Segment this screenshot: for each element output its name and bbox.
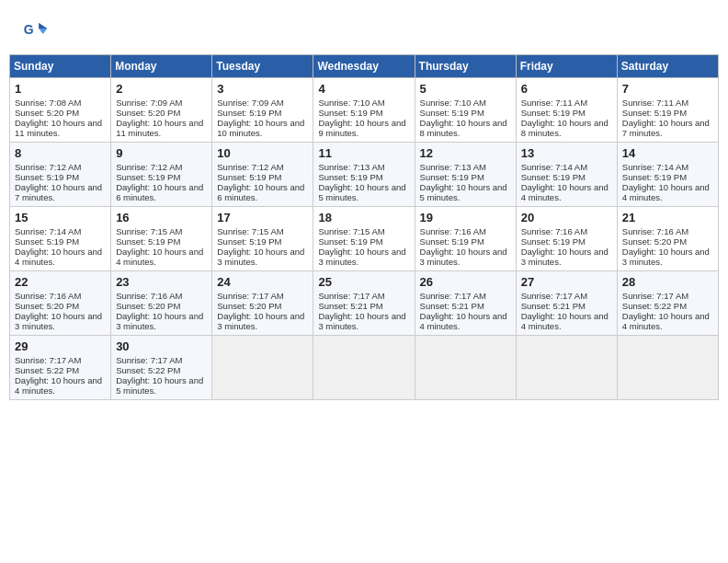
day-number: 21 — [622, 211, 713, 224]
col-header-friday: Friday — [516, 55, 617, 78]
calendar-cell — [516, 336, 617, 400]
sunrise-label: Sunrise: 7:16 AM — [521, 226, 587, 236]
day-number: 12 — [420, 146, 511, 160]
day-number: 24 — [217, 275, 308, 289]
daylight-label: Daylight: 10 hours and 4 minutes. — [15, 375, 102, 396]
daylight-label: Daylight: 10 hours and 5 minutes. — [116, 375, 203, 396]
daylight-label: Daylight: 10 hours and 3 minutes. — [622, 247, 710, 267]
daylight-label: Daylight: 10 hours and 3 minutes. — [318, 311, 405, 331]
sunset-label: Sunset: 5:19 PM — [420, 108, 484, 118]
daylight-label: Daylight: 10 hours and 3 minutes. — [217, 311, 304, 331]
day-number: 11 — [318, 146, 409, 160]
calendar-cell: 15 Sunrise: 7:14 AM Sunset: 5:19 PM Dayl… — [10, 207, 111, 271]
sunset-label: Sunset: 5:19 PM — [521, 236, 586, 247]
day-number: 5 — [420, 82, 511, 96]
col-header-monday: Monday — [111, 55, 212, 78]
sunset-label: Sunset: 5:19 PM — [318, 236, 382, 247]
sunrise-label: Sunrise: 7:17 AM — [217, 291, 283, 301]
sunrise-label: Sunrise: 7:16 AM — [420, 226, 486, 236]
calendar-cell: 2 Sunrise: 7:09 AM Sunset: 5:20 PM Dayli… — [111, 78, 212, 143]
calendar-cell: 30 Sunrise: 7:17 AM Sunset: 5:22 PM Dayl… — [111, 336, 212, 400]
daylight-label: Daylight: 10 hours and 4 minutes. — [15, 247, 102, 267]
sunset-label: Sunset: 5:20 PM — [116, 301, 180, 311]
daylight-label: Daylight: 10 hours and 3 minutes. — [521, 247, 609, 267]
sunset-label: Sunset: 5:22 PM — [15, 365, 79, 375]
daylight-label: Daylight: 10 hours and 4 minutes. — [116, 247, 203, 267]
calendar-week-row: 1 Sunrise: 7:08 AM Sunset: 5:20 PM Dayli… — [10, 78, 719, 143]
daylight-label: Daylight: 10 hours and 3 minutes. — [217, 247, 304, 267]
calendar-cell: 21 Sunrise: 7:16 AM Sunset: 5:20 PM Dayl… — [617, 207, 718, 271]
day-number: 20 — [521, 211, 612, 224]
daylight-label: Daylight: 10 hours and 3 minutes. — [318, 247, 405, 267]
daylight-label: Daylight: 10 hours and 4 minutes. — [622, 311, 710, 331]
sunrise-label: Sunrise: 7:13 AM — [420, 162, 486, 172]
daylight-label: Daylight: 10 hours and 7 minutes. — [15, 182, 102, 202]
logo: G — [23, 18, 52, 44]
sunset-label: Sunset: 5:19 PM — [521, 172, 586, 182]
day-number: 22 — [15, 275, 106, 289]
sunset-label: Sunset: 5:20 PM — [217, 301, 281, 311]
calendar-cell — [212, 336, 313, 400]
calendar-cell: 8 Sunrise: 7:12 AM Sunset: 5:19 PM Dayli… — [10, 143, 111, 207]
sunset-label: Sunset: 5:20 PM — [622, 236, 687, 247]
sunrise-label: Sunrise: 7:17 AM — [15, 355, 81, 365]
sunset-label: Sunset: 5:19 PM — [15, 236, 79, 247]
sunrise-label: Sunrise: 7:14 AM — [521, 162, 587, 172]
calendar-cell: 5 Sunrise: 7:10 AM Sunset: 5:19 PM Dayli… — [415, 78, 516, 143]
day-number: 26 — [420, 275, 511, 289]
sunrise-label: Sunrise: 7:08 AM — [15, 98, 81, 108]
day-number: 10 — [217, 146, 308, 160]
daylight-label: Daylight: 10 hours and 11 minutes. — [116, 118, 203, 138]
sunset-label: Sunset: 5:19 PM — [420, 236, 484, 247]
sunrise-label: Sunrise: 7:12 AM — [116, 162, 182, 172]
calendar-cell: 10 Sunrise: 7:12 AM Sunset: 5:19 PM Dayl… — [212, 143, 313, 207]
calendar-cell: 22 Sunrise: 7:16 AM Sunset: 5:20 PM Dayl… — [10, 271, 111, 336]
sunrise-label: Sunrise: 7:16 AM — [622, 226, 688, 236]
sunset-label: Sunset: 5:20 PM — [15, 301, 79, 311]
daylight-label: Daylight: 10 hours and 7 minutes. — [622, 118, 710, 138]
calendar-cell — [313, 336, 415, 400]
sunset-label: Sunset: 5:21 PM — [318, 301, 382, 311]
calendar-cell: 17 Sunrise: 7:15 AM Sunset: 5:19 PM Dayl… — [212, 207, 313, 271]
daylight-label: Daylight: 10 hours and 8 minutes. — [521, 118, 609, 138]
svg-text:G: G — [24, 22, 34, 37]
calendar-cell: 6 Sunrise: 7:11 AM Sunset: 5:19 PM Dayli… — [516, 78, 617, 143]
sunset-label: Sunset: 5:19 PM — [521, 108, 586, 118]
sunrise-label: Sunrise: 7:11 AM — [622, 98, 688, 108]
sunrise-label: Sunrise: 7:11 AM — [521, 98, 587, 108]
daylight-label: Daylight: 10 hours and 4 minutes. — [521, 182, 609, 202]
daylight-label: Daylight: 10 hours and 6 minutes. — [217, 182, 304, 202]
calendar-week-row: 29 Sunrise: 7:17 AM Sunset: 5:22 PM Dayl… — [10, 336, 719, 400]
day-number: 15 — [15, 211, 106, 224]
calendar-cell: 20 Sunrise: 7:16 AM Sunset: 5:19 PM Dayl… — [516, 207, 617, 271]
daylight-label: Daylight: 10 hours and 3 minutes. — [116, 311, 203, 331]
day-number: 28 — [622, 275, 713, 289]
calendar-cell: 18 Sunrise: 7:15 AM Sunset: 5:19 PM Dayl… — [313, 207, 415, 271]
sunset-label: Sunset: 5:19 PM — [116, 172, 180, 182]
sunset-label: Sunset: 5:19 PM — [116, 236, 180, 247]
day-number: 27 — [521, 275, 612, 289]
sunset-label: Sunset: 5:19 PM — [622, 108, 687, 118]
sunrise-label: Sunrise: 7:17 AM — [116, 355, 182, 365]
calendar-cell: 27 Sunrise: 7:17 AM Sunset: 5:21 PM Dayl… — [516, 271, 617, 336]
day-number: 1 — [15, 82, 106, 96]
calendar-cell: 26 Sunrise: 7:17 AM Sunset: 5:21 PM Dayl… — [415, 271, 516, 336]
day-number: 19 — [420, 211, 511, 224]
daylight-label: Daylight: 10 hours and 4 minutes. — [521, 311, 609, 331]
col-header-saturday: Saturday — [617, 55, 718, 78]
sunset-label: Sunset: 5:21 PM — [521, 301, 586, 311]
calendar-cell — [617, 336, 718, 400]
col-header-sunday: Sunday — [10, 55, 111, 78]
sunrise-label: Sunrise: 7:16 AM — [15, 291, 81, 301]
page-header: G — [9, 9, 719, 49]
day-number: 13 — [521, 146, 612, 160]
sunset-label: Sunset: 5:19 PM — [318, 172, 382, 182]
sunrise-label: Sunrise: 7:09 AM — [116, 98, 182, 108]
day-number: 2 — [116, 82, 207, 96]
sunset-label: Sunset: 5:19 PM — [622, 172, 687, 182]
col-header-wednesday: Wednesday — [313, 55, 415, 78]
sunrise-label: Sunrise: 7:10 AM — [420, 98, 486, 108]
daylight-label: Daylight: 10 hours and 4 minutes. — [420, 311, 507, 331]
calendar-week-row: 15 Sunrise: 7:14 AM Sunset: 5:19 PM Dayl… — [10, 207, 719, 271]
daylight-label: Daylight: 10 hours and 4 minutes. — [622, 182, 710, 202]
